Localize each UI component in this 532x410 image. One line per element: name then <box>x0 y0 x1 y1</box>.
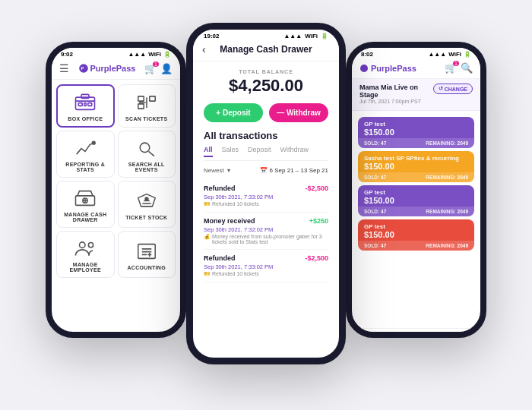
tab-sales[interactable]: Sales <box>222 146 239 157</box>
ticket-2-remaining: REMAINING: 2049 <box>426 175 468 180</box>
transaction-2-desc: Money received from sub-promoter gaber f… <box>212 234 328 244</box>
ticket-stock-icon <box>135 191 159 212</box>
balance-section: TOTAL BALANCE $4,250.00 <box>193 62 339 103</box>
svg-rect-6 <box>88 103 92 106</box>
left-header-actions: 🛒1 👤 <box>144 63 173 74</box>
menu-item-reporting[interactable]: REPORTING & STATS <box>56 131 115 178</box>
checkout-button[interactable]: CHECKOUT <box>416 333 473 338</box>
ticket-card-2[interactable]: Sasha test SP SPflex & recurring $150.00… <box>358 151 474 182</box>
transaction-3-name: Refunded <box>204 254 236 262</box>
ticket-1-remaining: REMAINING: 2049 <box>426 140 468 146</box>
menu-item-box-office[interactable]: BOX OFFICE <box>56 84 115 128</box>
right-logo-text: PurplePass <box>371 64 416 73</box>
ticket-1-sold: SOLD: 47 <box>364 140 386 146</box>
left-logo: P PurplePass <box>78 63 136 74</box>
svg-line-15 <box>148 151 154 156</box>
menu-item-search-events[interactable]: SEARCH ALL EVENTS <box>118 131 176 178</box>
hamburger-icon[interactable]: ☰ <box>59 62 69 74</box>
cash-drawer-label: MANAGE CASH DRAWER <box>60 212 111 222</box>
ticket-2-name: Sasha test SP SPflex & recurring <box>364 155 468 162</box>
right-time: 8:02 <box>361 51 373 58</box>
ticket-1-price: $150.00 <box>364 128 468 137</box>
box-office-label: BOX OFFICE <box>68 116 103 121</box>
accounting-icon <box>135 241 159 262</box>
balance-amount: $4,250.00 <box>204 76 328 96</box>
menu-item-accounting[interactable]: ACCOUNTING <box>118 231 176 278</box>
event-title: Mama Mia Live on Stage <box>359 84 433 99</box>
svg-rect-5 <box>84 103 87 106</box>
transaction-2-name: Money received <box>204 217 255 225</box>
search-events-icon <box>135 137 159 159</box>
transaction-2-date: Sep 30th 2021, 7:32:02 PM <box>204 226 328 233</box>
sort-selector[interactable]: Newest ▾ <box>204 167 230 174</box>
date-range[interactable]: 📅 6 Sep 21 – 13 Sep 21 <box>260 167 328 174</box>
ticket-3-price: $150.00 <box>364 196 468 205</box>
back-arrow-icon[interactable]: ‹ <box>202 43 206 55</box>
svg-point-22 <box>145 197 148 200</box>
middle-time: 19:02 <box>204 33 219 39</box>
transaction-item-3: Refunded -$2,500 Sep 30th 2021, 7:33:02 … <box>204 250 328 282</box>
menu-item-scan-tickets[interactable]: SCAN TICKETS <box>118 84 176 128</box>
transaction-3-date: Sep 30th 2021, 7:33:02 PM <box>204 263 328 270</box>
ticket-card-4[interactable]: GP test $150.00 SOLD: 47 REMAINING: 2049 <box>358 219 474 251</box>
filter-tabs: All Sales Deposit Withdraw <box>204 146 328 161</box>
right-header-actions: 🛒1 🔍 <box>445 62 473 74</box>
tickets-list: GP test $150.00 SOLD: 47 REMAINING: 2049… <box>352 111 480 329</box>
left-status-bar: 9:02 ▲▲▲ WiFi 🔋 <box>52 48 180 59</box>
accounting-label: ACCOUNTING <box>128 265 166 270</box>
middle-page-title: Manage Cash Drawer <box>220 44 312 55</box>
left-menu-grid: BOX OFFICE SCAN TICKETS <box>52 80 180 282</box>
transaction-1-amount: -$2,500 <box>305 184 328 192</box>
scan-tickets-icon <box>135 92 159 113</box>
ticket-card-3[interactable]: GP test $150.00 SOLD: 47 REMAINING: 2049 <box>358 185 474 216</box>
reporting-icon <box>73 137 97 159</box>
ticket-card-1[interactable]: GP test $150.00 SOLD: 47 REMAINING: 2049 <box>358 117 474 148</box>
menu-item-ticket-stock[interactable]: TICKET STOCK <box>118 181 176 228</box>
cart-icon[interactable]: 🛒1 <box>144 63 157 74</box>
transaction-item-1: Refunded -$2,500 Sep 30th 2021, 7:33:02 … <box>204 180 328 213</box>
right-logo-icon <box>359 64 369 73</box>
ticket-1-name: GP test <box>364 121 468 128</box>
ticket-4-sold: SOLD: 47 <box>364 243 386 248</box>
phone-middle: 19:02 ▲▲▲WiFi🔋 ‹ Manage Cash Drawer TOTA… <box>186 23 346 364</box>
svg-rect-4 <box>79 103 83 106</box>
deposit-button[interactable]: + Deposit <box>204 103 263 122</box>
svg-text:P: P <box>81 66 84 71</box>
manage-employee-icon <box>73 238 97 259</box>
event-banner: Mama Mia Live on Stage Jul 7th, 2021 7:0… <box>352 79 480 111</box>
middle-status-icons: ▲▲▲WiFi🔋 <box>283 33 328 39</box>
tab-withdraw[interactable]: Withdraw <box>280 146 309 157</box>
menu-item-cash-drawer[interactable]: MANAGE CASH DRAWER <box>56 181 115 228</box>
left-header: ☰ P PurplePass 🛒1 👤 <box>52 59 180 80</box>
tab-deposit[interactable]: Deposit <box>248 146 271 157</box>
right-phone-content: GP test $150.00 SOLD: 47 REMAINING: 2049… <box>352 111 480 338</box>
right-bottom-bar: Total: $375.00 CHECKOUT <box>352 328 480 338</box>
svg-rect-7 <box>81 94 89 98</box>
middle-status-bar: 19:02 ▲▲▲WiFi🔋 <box>193 30 339 41</box>
menu-item-manage-employee[interactable]: MANAGE EMPLOYEE <box>56 231 115 278</box>
date-filter: Newest ▾ 📅 6 Sep 21 – 13 Sep 21 <box>204 167 328 174</box>
transaction-item-2: Money received +$250 Sep 30th 2021, 7:32… <box>204 213 328 250</box>
transaction-2-amount: +$250 <box>309 217 328 225</box>
profile-icon[interactable]: 👤 <box>160 63 173 74</box>
left-logo-text: PurplePass <box>90 64 136 73</box>
transaction-1-desc: Refunded 10 tickets <box>212 201 259 207</box>
search-events-label: SEARCH ALL EVENTS <box>122 162 173 172</box>
ticket-3-name: GP test <box>364 189 468 196</box>
left-status-icons: ▲▲▲ WiFi 🔋 <box>128 51 171 58</box>
right-status-icons: ▲▲▲WiFi🔋 <box>428 51 471 58</box>
transaction-1-date: Sep 30th 2021, 7:33:02 PM <box>204 194 328 200</box>
right-search-icon[interactable]: 🔍 <box>461 62 473 74</box>
manage-employee-label: MANAGE EMPLOYEE <box>60 262 111 273</box>
right-cart-icon[interactable]: 🛒1 <box>445 62 457 74</box>
tab-all[interactable]: All <box>204 146 213 157</box>
ticket-stock-label: TICKET STOCK <box>125 215 167 220</box>
total-amount: Total: $375.00 <box>359 337 409 339</box>
event-date: Jul 7th, 2021 7:00pm PST <box>359 99 433 104</box>
change-event-button[interactable]: ↺ CHANGE <box>433 84 473 94</box>
right-logo: PurplePass <box>359 64 416 73</box>
ticket-2-price: $150.00 <box>364 162 468 171</box>
withdraw-button[interactable]: — Withdraw <box>269 103 328 122</box>
box-office-icon <box>73 92 97 113</box>
balance-label: TOTAL BALANCE <box>204 69 328 74</box>
